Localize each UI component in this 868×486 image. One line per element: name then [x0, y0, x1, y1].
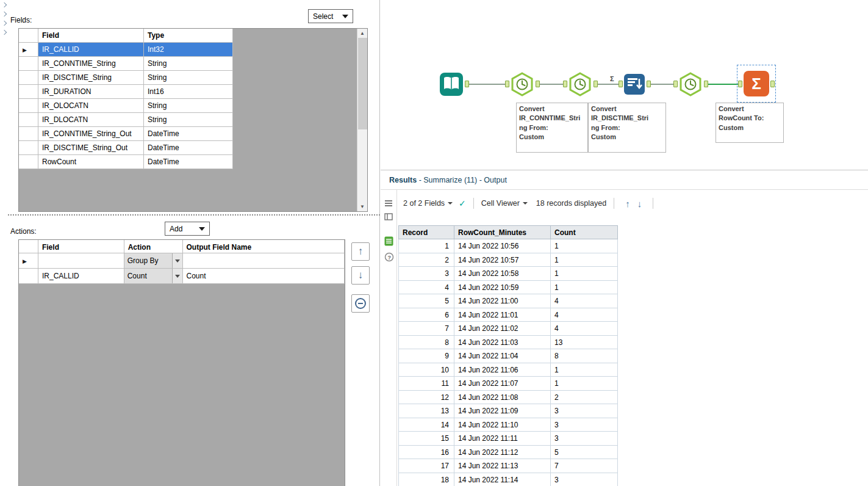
fields-table-row[interactable]: IR_DLOCATN String [19, 113, 367, 127]
record-number-cell[interactable]: 18 [398, 473, 454, 486]
record-number-cell[interactable]: 12 [398, 391, 454, 405]
field-type-cell[interactable]: String [144, 113, 233, 127]
scrollbar-thumb[interactable] [358, 38, 367, 129]
field-type-cell[interactable]: DateTime [144, 155, 233, 169]
record-number-cell[interactable]: 1 [398, 239, 454, 253]
output-field-name-cell[interactable]: RowCount_Minutes [183, 253, 345, 269]
input-data-tool[interactable] [439, 72, 464, 96]
results-row[interactable]: 8 14 Jun 2022 11:03 13 [398, 336, 868, 350]
fields-table-row[interactable]: IR_DISCTIME_String_Out DateTime [19, 141, 367, 155]
help-button[interactable]: ? [384, 252, 394, 264]
rowcount-minutes-cell[interactable]: 14 Jun 2022 10:56 [454, 239, 551, 253]
fields-table-row[interactable]: IR_OLOCATN String [19, 99, 367, 113]
field-name-cell[interactable]: IR_DLOCATN [38, 113, 144, 127]
scroll-to-bottom-icon[interactable]: ↓ [637, 198, 642, 209]
rowcount-minutes-cell[interactable]: 14 Jun 2022 10:58 [454, 267, 551, 281]
row-selector-cell[interactable] [19, 113, 38, 127]
output-anchor[interactable] [536, 81, 540, 87]
row-selector-cell[interactable] [19, 155, 38, 169]
fields-table-row[interactable]: IR_DURATION Int16 [19, 85, 367, 99]
results-row[interactable]: 1 14 Jun 2022 10:56 1 [398, 239, 868, 253]
rowcount-minutes-cell[interactable]: 14 Jun 2022 10:57 [454, 253, 551, 267]
results-row[interactable]: 7 14 Jun 2022 11:02 4 [398, 322, 868, 336]
row-selector-cell[interactable]: ▶ [19, 43, 38, 57]
results-row[interactable]: 2 14 Jun 2022 10:57 1 [398, 253, 868, 267]
count-cell[interactable]: 1 [551, 377, 618, 391]
results-row[interactable]: 18 14 Jun 2022 11:14 3 [398, 473, 868, 486]
count-cell[interactable]: 7 [551, 459, 618, 473]
record-number-cell[interactable]: 10 [398, 363, 454, 377]
datetime-tool-convert-disctime[interactable] [568, 72, 592, 96]
workflow-canvas[interactable]: Σ Σ Convert IR_CONNTIME_Stri ng From: Cu… [381, 0, 868, 170]
output-field-name-cell[interactable]: Count [183, 269, 345, 284]
results-column-header[interactable]: RowCount_Minutes [454, 225, 551, 239]
fields-filter-dropdown[interactable]: 2 of 2 Fields [403, 199, 453, 208]
connector[interactable] [469, 84, 505, 85]
panel-splitter[interactable] [8, 214, 380, 216]
record-number-cell[interactable]: 15 [398, 432, 454, 446]
field-type-cell[interactable]: Int32 [144, 43, 233, 57]
count-cell[interactable]: 3 [551, 404, 618, 418]
fields-table-row[interactable]: RowCount DateTime [19, 155, 367, 169]
remove-action-button[interactable] [351, 294, 370, 313]
connector[interactable] [651, 84, 673, 85]
count-cell[interactable]: 1 [551, 267, 618, 281]
scroll-to-top-icon[interactable]: ↑ [625, 198, 630, 209]
field-name-cell[interactable]: IR_OLOCATN [38, 99, 144, 113]
field-name-cell[interactable]: IR_CONNTIME_String_Out [38, 127, 144, 141]
rowcount-minutes-cell[interactable]: 14 Jun 2022 11:01 [454, 308, 551, 322]
count-cell[interactable]: 1 [551, 253, 618, 267]
rowcount-minutes-cell[interactable]: 14 Jun 2022 11:11 [454, 432, 551, 446]
fields-table-row[interactable]: IR_DISCTIME_String String [19, 71, 367, 85]
count-cell[interactable]: 1 [551, 239, 618, 253]
move-action-down-button[interactable]: ↓ [351, 266, 370, 285]
action-column-header[interactable]: Action [124, 240, 183, 253]
action-type-dropdown[interactable]: Group By [124, 253, 183, 269]
input-anchor[interactable] [619, 81, 623, 87]
rowcount-minutes-cell[interactable]: 14 Jun 2022 11:13 [454, 459, 551, 473]
connector[interactable] [540, 84, 563, 85]
action-field-cell[interactable]: RowCount_Min... [38, 253, 124, 269]
input-anchor[interactable] [673, 81, 678, 87]
apply-check-icon[interactable]: ✓ [459, 198, 466, 208]
input-anchor[interactable] [738, 81, 742, 87]
connector[interactable] [598, 84, 619, 85]
results-row[interactable]: 10 14 Jun 2022 11:06 1 [398, 363, 868, 377]
actions-table-row[interactable]: ▶ RowCount_Min... Group By RowCount_Minu… [19, 253, 345, 269]
datetime-tool-convert-rowcount[interactable] [678, 72, 703, 96]
field-name-cell[interactable]: RowCount [38, 155, 144, 169]
scroll-up-icon[interactable]: ▲ [357, 29, 368, 38]
input-anchor[interactable] [505, 81, 509, 87]
fields-table-row[interactable]: ▶ IR_CALLID Int32 [19, 43, 367, 57]
field-type-cell[interactable]: DateTime [144, 141, 233, 155]
output-anchor[interactable] [647, 81, 651, 87]
record-number-cell[interactable]: 4 [398, 281, 454, 295]
record-number-cell[interactable]: 16 [398, 446, 454, 460]
count-cell[interactable]: 8 [551, 349, 618, 363]
row-selector-cell[interactable] [19, 269, 38, 284]
record-number-cell[interactable]: 8 [398, 336, 454, 350]
field-column-header[interactable]: Field [38, 29, 144, 43]
cell-viewer-dropdown[interactable]: Cell Viewer [481, 199, 528, 208]
layout-view-button[interactable] [384, 213, 393, 222]
fields-table-scrollbar[interactable]: ▲ ▼ [357, 29, 367, 211]
results-row[interactable]: 15 14 Jun 2022 11:11 3 [398, 432, 868, 446]
rowcount-minutes-cell[interactable]: 14 Jun 2022 11:12 [454, 446, 551, 460]
action-field-cell[interactable]: IR_CALLID [38, 269, 124, 284]
results-row[interactable]: 3 14 Jun 2022 10:58 1 [398, 267, 868, 281]
count-cell[interactable]: 3 [551, 473, 618, 486]
row-selector-cell[interactable] [19, 57, 38, 71]
record-number-cell[interactable]: 7 [398, 322, 454, 336]
count-cell[interactable]: 2 [551, 391, 618, 405]
output-column-header[interactable]: Output Field Name [183, 240, 345, 253]
results-row[interactable]: 14 14 Jun 2022 11:10 3 [398, 418, 868, 432]
count-cell[interactable]: 5 [551, 446, 618, 460]
row-selector-cell[interactable] [19, 71, 38, 85]
results-row[interactable]: 16 14 Jun 2022 11:12 5 [398, 446, 868, 460]
type-column-header[interactable]: Type [144, 29, 233, 43]
field-type-cell[interactable]: DateTime [144, 127, 233, 141]
results-row[interactable]: 17 14 Jun 2022 11:13 7 [398, 459, 868, 473]
collapsed-panel-chevron[interactable] [0, 0, 8, 9]
results-column-header[interactable]: Record [398, 225, 454, 239]
results-column-header[interactable]: Count [551, 225, 618, 239]
